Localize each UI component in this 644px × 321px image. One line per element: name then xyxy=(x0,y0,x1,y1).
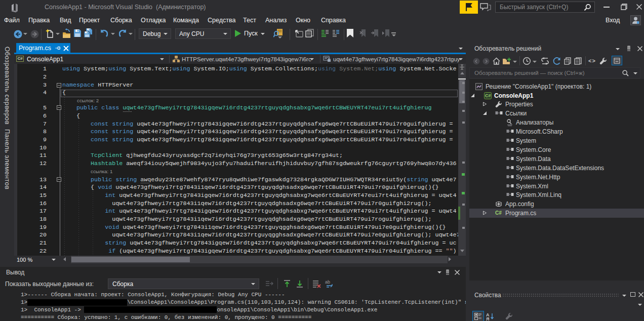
svg-text:C#: C# xyxy=(495,210,502,216)
svg-text:ab: ab xyxy=(325,279,330,285)
svg-text:C#: C# xyxy=(485,93,491,98)
svg-text:Я: Я xyxy=(486,316,489,320)
